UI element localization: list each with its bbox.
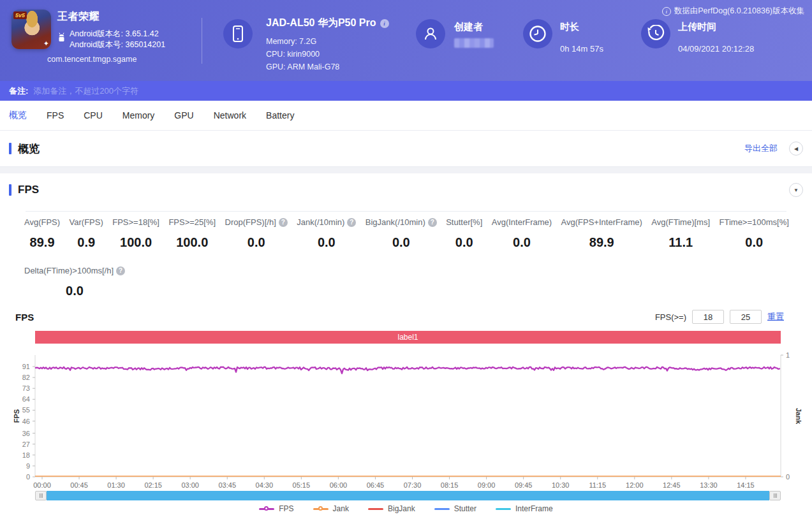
creator-icon [416,19,445,48]
stat-value: 0.0 [446,235,482,250]
android-version-code: Android版本号: 365014201 [70,40,165,50]
tab-fps[interactable]: FPS [47,110,64,120]
help-icon[interactable]: ? [347,218,356,227]
info-icon: i [662,7,671,16]
stat-var-fps: Var(FPS)0.9 [70,217,103,250]
stat-avg-interframe: Avg(InterFrame)0.0 [492,217,552,250]
remark-placeholder: 添加备注，不超过200个字符 [33,85,138,97]
upload-label: 上传时间 [678,21,716,33]
report-header: i 数据由PerfDog(6.0.210836)版本收集 5v5 ✦ 王者荣耀 [0,0,812,81]
section-separator [0,167,812,173]
tab-network[interactable]: Network [214,110,246,120]
overview-collapse-button[interactable]: ◀ [789,142,803,156]
app-info: 王者荣耀 Android版本名: 3.65.1.42 Android版本号: 3… [57,10,165,50]
tab-gpu[interactable]: GPU [174,110,193,120]
scrollbar-left-handle[interactable] [35,491,47,500]
stat-label: Avg(FPS+InterFrame) [561,217,642,227]
legend-item-interframe[interactable]: InterFrame [496,504,553,513]
scrollbar-track-fill[interactable] [47,491,769,500]
svg-text:03:00: 03:00 [181,481,199,489]
stat-label: FPS>=18[%] [112,217,159,227]
stat-label: Delta(FTime)>100ms[/h] [24,266,114,275]
perfdog-report-page: i 数据由PerfDog(6.0.210836)版本收集 5v5 ✦ 王者荣耀 [0,0,812,517]
legend-label: Jank [333,504,349,513]
svg-text:10:30: 10:30 [552,481,570,489]
android-icon [57,29,66,48]
overview-title: 概览 [9,142,40,156]
device-info-icon[interactable]: i [380,19,389,28]
duration-clock-icon [523,19,552,48]
triangle-left-icon: ◀ [794,146,798,152]
legend-marker-icon [434,506,450,512]
reset-link[interactable]: 重置 [767,311,784,323]
stat-label: Drop(FPS)[/h] [225,217,276,227]
stat-drop-fps-h: Drop(FPS)[/h]?0.0 [225,217,288,250]
device-gpu: GPU: ARM Mali-G78 [266,62,339,71]
export-all-link[interactable]: 导出全部 [744,143,778,154]
stat-value: 89.9 [24,235,60,250]
tab-memory[interactable]: Memory [122,110,155,120]
svg-text:36: 36 [22,430,30,437]
upload-time-icon [641,19,670,48]
app-badge-5v5: 5v5 [13,11,27,19]
svg-text:73: 73 [22,384,30,392]
fps-collapse-button[interactable]: ▼ [789,183,803,197]
fps-threshold-input-1[interactable] [692,310,724,324]
legend-item-stutter[interactable]: Stutter [434,504,476,513]
collect-info: i 数据由PerfDog(6.0.210836)版本收集 [662,6,804,17]
stat-ftime-100ms: FTime>=100ms[%]0.0 [720,217,789,250]
stat-value: 100.0 [112,235,159,250]
upload-value: 04/09/2021 20:12:28 [678,44,754,54]
stat-fps-18: FPS>=18[%]100.0 [112,217,159,250]
legend-label: FPS [279,504,293,513]
tab-cpu[interactable]: CPU [84,110,103,120]
stat-fps-25: FPS>=25[%]100.0 [168,217,216,250]
remark-label: 备注: [9,85,28,97]
svg-text:13:30: 13:30 [700,481,718,489]
tab-概览[interactable]: 概览 [9,110,27,121]
remark-input[interactable]: 备注: 添加备注，不超过200个字符 [0,81,812,101]
svg-text:Jank: Jank [795,408,802,425]
svg-text:00:00: 00:00 [33,481,51,489]
svg-text:12:00: 12:00 [626,481,644,489]
stat-label: Avg(FPS) [24,217,60,227]
stat-value: 0.0 [720,235,789,250]
svg-text:00:45: 00:45 [70,481,88,489]
header-divider [202,18,202,64]
android-version-name: Android版本名: 3.65.1.42 [70,29,165,40]
svg-text:46: 46 [22,418,30,425]
fps-threshold-input-2[interactable] [730,310,762,324]
collect-info-text: 数据由PerfDog(6.0.210836)版本收集 [674,6,804,17]
overview-section-header: 概览 导出全部 ◀ [0,131,812,167]
svg-text:14:15: 14:15 [737,481,755,489]
tab-battery[interactable]: Battery [266,110,294,120]
fps-line-chart[interactable]: 91827364554636271890FPS10Jank00:0000:450… [0,347,812,492]
stat-label: Stutter[%] [446,217,482,227]
device-cpu: CPU: kirin9000 [266,50,320,59]
fps-section-header: FPS ▼ [0,173,812,203]
legend-label: InterFrame [515,504,553,513]
stat-value: 0.9 [70,235,103,250]
legend-item-fps[interactable]: FPS [259,504,293,513]
stat-delta-ftime: Delta(FTime)>100ms[/h] ? 0.0 [24,266,125,298]
stat-label: FTime>=100ms[%] [720,217,789,227]
stat-jank-10min: Jank(/10min)?0.0 [297,217,356,250]
android-version-block: Android版本名: 3.65.1.42 Android版本号: 365014… [57,29,165,50]
chart-range-scrollbar [35,491,781,500]
svg-text:09:00: 09:00 [478,481,496,489]
help-icon[interactable]: ? [428,218,437,227]
phone-icon [223,19,253,48]
svg-text:09:45: 09:45 [515,481,533,489]
legend-item-jank[interactable]: Jank [313,504,349,513]
legend-label: Stutter [454,504,476,513]
help-icon[interactable]: ? [279,218,288,227]
scrollbar-right-handle[interactable] [769,491,781,500]
legend-item-bigjank[interactable]: BigJank [368,504,415,513]
stat-value: 11.1 [651,235,710,250]
chart-legend: FPSJankBigJankStutterInterFrame [0,504,812,513]
help-icon[interactable]: ? [116,266,125,275]
fps-title: FPS [9,184,39,196]
svg-text:12:45: 12:45 [663,481,681,489]
app-name: 王者荣耀 [57,10,165,24]
stat-value: 89.9 [561,235,642,250]
